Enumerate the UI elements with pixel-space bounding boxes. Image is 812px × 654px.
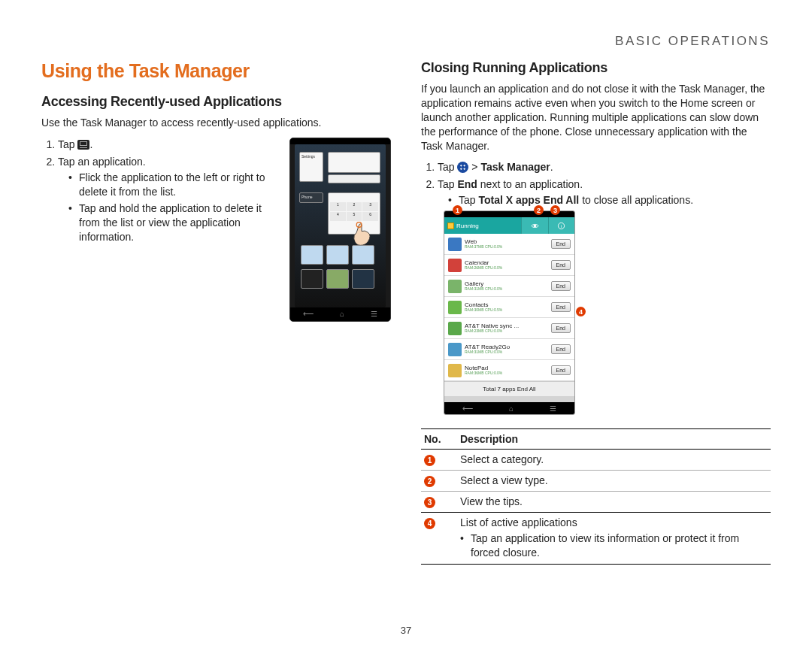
recent-apps-icon [77,140,89,150]
task-row: AT&T Ready2GoRAM:31MB CPU:0.0%End [444,339,574,360]
step-text: Tap [438,161,457,173]
table-row: 4 List of active applications Tap an app… [421,513,771,565]
intro-text: Use the Task Manager to access recently-… [41,116,391,130]
bullet: Flick the application to the left or rig… [68,171,279,199]
table-cell: View the tips. [460,495,771,507]
tab-tips-icon: i [548,217,574,234]
end-button: End [551,281,571,291]
step-2: Tap an application. Flick the applicatio… [58,155,279,244]
callout-number-icon: 1 [424,455,435,466]
step-text: Tap an application. [58,156,146,168]
svg-text:i: i [561,223,562,228]
table-cell: Select a category. [460,453,771,465]
step-bold: Total X apps End All [478,194,579,206]
end-button: End [551,365,571,375]
table-row: 1Select a category. [421,450,771,471]
screenshot-recent-apps: Settings Phone 123456 ⟵⌂☰ [289,138,391,322]
task-row: CalendarRAM:26MB CPU:0.0%End [444,255,574,276]
step-text: Tap [459,194,478,206]
bullet: Tap Total X apps End All to close all ap… [448,193,771,207]
table-header-no: No. [421,433,460,445]
step-text: to close all applications. [579,194,693,206]
step-text: . [89,138,92,150]
task-row: WebRAM:37MB CPU:0.0%End [444,234,574,255]
hand-gesture-icon [349,221,374,247]
description-table: No. Description 1Select a category.2Sele… [421,428,771,565]
table-sub-bullet: Tap an application to view its informati… [460,531,771,560]
subheading-closing: Closing Running Applications [421,60,771,76]
step-1: Tap > Task Manager. [438,160,771,174]
callout-4: 4 [576,307,586,316]
step-bold: End [457,178,477,190]
task-row: NotePadRAM:36MB CPU:0.0%End [444,360,574,381]
table-row: 2Select a view type. [421,471,771,492]
card-label: Settings [301,154,321,159]
table-header-desc: Description [460,433,771,445]
step-text: next to an application. [477,178,583,190]
table-row: 3View the tips. [421,492,771,513]
step-text: Tap [438,178,457,190]
steps-list: Tap . Tap an application. Flick the appl… [41,138,279,244]
screenshot-task-manager: Running i WebRAM:37MB CPU:0.0%EndCalenda… [444,210,575,415]
end-button: End [551,302,571,312]
end-button: End [551,344,571,354]
bullet: Tap and hold the application to delete i… [68,201,279,244]
steps-list: Tap > Task Manager. Tap End next to an a… [421,160,771,207]
step-2: Tap End next to an application. Tap Tota… [438,177,771,207]
callout-number-icon: 2 [424,476,435,487]
step-text: . [550,161,553,173]
left-column: Using the Task Manager Accessing Recentl… [41,60,391,565]
step-text: Tap [58,138,77,150]
svg-point-1 [534,224,537,227]
section-header: BASIC OPERATIONS [615,34,770,49]
task-row: ContactsRAM:30MB CPU:0.5%End [444,297,574,318]
subheading-accessing: Accessing Recently-used Applications [41,94,391,110]
page-number: 37 [401,625,411,636]
card-label: Phone [299,192,323,203]
table-cell: Select a view type. [460,474,771,486]
tab-running: Running [444,217,521,234]
android-navbar: ⟵⌂☰ [444,402,574,414]
table-cell: List of active applications [460,516,771,528]
tab-view-icon [521,217,547,234]
task-row: GalleryRAM:31MB CPU:0.0%End [444,276,574,297]
end-all-button: Total 7 apps End All [444,381,574,396]
step-bold: Task Manager [480,161,550,173]
apps-grid-icon [457,162,468,173]
end-button: End [551,260,571,270]
intro-text: If you launch an application and do not … [421,82,771,153]
step-1: Tap . [58,138,279,152]
callout-number-icon: 3 [424,497,435,508]
callout-number-icon: 4 [424,518,435,529]
step-text: > [468,161,480,173]
task-row: AT&T Native sync ...RAM:23MB CPU:0.0%End [444,318,574,339]
end-button: End [551,239,571,249]
page-title: Using the Task Manager [41,60,391,82]
right-column: Closing Running Applications If you laun… [421,60,771,565]
android-navbar: ⟵⌂☰ [290,307,390,321]
end-button: End [551,323,571,333]
